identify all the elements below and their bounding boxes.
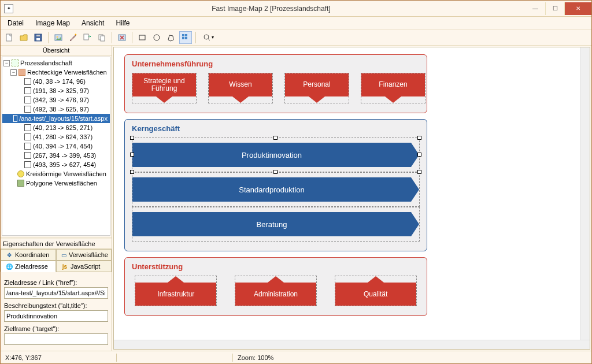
statusbar: X:476, Y:367 Zoom: 100% bbox=[1, 351, 591, 363]
tree-group-circle[interactable]: Kreisförmige Verweisflächen bbox=[2, 169, 110, 179]
open-icon[interactable] bbox=[17, 31, 30, 44]
poly-tool-icon[interactable] bbox=[165, 31, 177, 44]
svg-rect-12 bbox=[182, 34, 184, 36]
svg-rect-3 bbox=[36, 35, 40, 36]
tree-group-rect[interactable]: −Rechteckige Verweisflächen bbox=[2, 68, 110, 77]
export-icon[interactable] bbox=[81, 31, 94, 44]
svg-rect-8 bbox=[101, 36, 105, 41]
tree-item[interactable]: (267, 394 -> 399, 453) bbox=[2, 151, 110, 160]
tree-item[interactable]: (492, 38 -> 625, 97) bbox=[2, 105, 110, 114]
tree-view[interactable]: −Prozesslandschaft −Rechteckige Verweisf… bbox=[2, 57, 110, 236]
menu-imagemap[interactable]: Image Map bbox=[31, 18, 75, 28]
tree-item[interactable]: (342, 39 -> 476, 97) bbox=[2, 95, 110, 105]
area-shape[interactable]: Qualität bbox=[335, 276, 417, 306]
rect-tool-icon[interactable] bbox=[136, 31, 149, 44]
status-zoom: Zoom: 100% bbox=[233, 354, 278, 361]
section-title: Kerngeschäft bbox=[132, 124, 420, 133]
close-button[interactable]: ✕ bbox=[565, 2, 591, 15]
vertical-scrollbar[interactable] bbox=[580, 47, 590, 340]
svg-rect-2 bbox=[36, 38, 40, 40]
area-shape[interactable]: Infrastruktur bbox=[135, 276, 217, 306]
menu-datei[interactable]: Datei bbox=[3, 18, 28, 28]
area-shape[interactable]: Standardproduktion bbox=[132, 172, 420, 207]
circle-tool-icon[interactable] bbox=[150, 31, 163, 44]
new-icon[interactable] bbox=[3, 31, 16, 44]
area-shape[interactable]: Administration bbox=[235, 276, 317, 306]
menu-ansicht[interactable]: Ansicht bbox=[77, 18, 109, 28]
window-title: Fast Image-Map 2 [Prozesslandschaft] bbox=[17, 5, 526, 13]
status-coords: X:476, Y:367 bbox=[1, 354, 116, 361]
tree-item[interactable]: (41, 280 -> 624, 337) bbox=[2, 132, 110, 142]
box-administration: Administration bbox=[235, 283, 316, 306]
minimize-button[interactable]: — bbox=[526, 2, 545, 15]
canvas[interactable]: Unternehmensführung Strategie und Führun… bbox=[114, 47, 590, 340]
svg-rect-14 bbox=[182, 37, 184, 39]
toolbar: ▾ bbox=[1, 29, 591, 46]
area-shape[interactable]: Personal bbox=[284, 73, 349, 103]
area-shape[interactable]: Finanzen bbox=[361, 73, 426, 103]
grid-tool-icon[interactable] bbox=[179, 31, 192, 44]
menu-hilfe[interactable]: Hilfe bbox=[111, 18, 134, 28]
svg-point-5 bbox=[57, 36, 58, 38]
globe-icon: 🌐 bbox=[6, 263, 13, 270]
svg-rect-10 bbox=[139, 35, 145, 40]
section-unterstuetzung: Unterstützung Infrastruktur Administrati… bbox=[124, 257, 427, 316]
tab-verweisflaeche[interactable]: ▭Verweisfläche bbox=[56, 249, 112, 261]
area-shape[interactable]: Beratung bbox=[132, 207, 420, 242]
svg-point-11 bbox=[154, 35, 160, 40]
section-title: Unterstützung bbox=[132, 262, 420, 271]
save-icon[interactable] bbox=[32, 31, 45, 44]
box-finanzen: Finanzen bbox=[361, 73, 425, 96]
section-unternehmensfuehrung: Unternehmensführung Strategie und Führun… bbox=[124, 54, 427, 113]
tab-javascript[interactable]: jsJavaScript bbox=[56, 261, 112, 272]
svg-rect-13 bbox=[185, 34, 187, 36]
horizontal-scrollbar[interactable] bbox=[114, 340, 590, 349]
tree-item-selected[interactable]: /ana-test/_layouts/15/start.aspx bbox=[2, 114, 110, 123]
tree-item[interactable]: (40, 213 -> 625, 271) bbox=[2, 123, 110, 132]
zoom-icon[interactable]: ▾ bbox=[199, 31, 217, 44]
target-label: Zielframe ("target"): bbox=[4, 325, 108, 332]
tree-item[interactable]: (40, 38 -> 174, 96) bbox=[2, 77, 110, 86]
section-title: Unternehmensführung bbox=[132, 60, 420, 68]
maximize-button[interactable]: ☐ bbox=[545, 2, 565, 15]
svg-rect-15 bbox=[185, 37, 187, 39]
coords-icon: ✥ bbox=[6, 251, 13, 258]
tab-zieladresse[interactable]: 🌐Zieladresse bbox=[1, 261, 56, 272]
box-infrastruktur: Infrastruktur bbox=[135, 283, 216, 306]
target-input[interactable] bbox=[4, 333, 108, 345]
properties-header: Eigenschaften der Verweisfläche bbox=[1, 239, 112, 249]
canvas-area: Unternehmensführung Strategie und Führun… bbox=[113, 47, 590, 350]
app-icon: ✦ bbox=[4, 4, 13, 13]
titlebar: ✦ Fast Image-Map 2 [Prozesslandschaft] —… bbox=[1, 1, 591, 17]
properties-panel: Eigenschaften der Verweisfläche ✥Koordin… bbox=[1, 239, 112, 351]
bar-produktinnovation: Produktinnovation bbox=[132, 143, 411, 167]
svg-rect-0 bbox=[6, 34, 12, 41]
area-shape[interactable]: Strategie und Führung bbox=[132, 73, 197, 103]
box-strategie: Strategie und Führung bbox=[132, 73, 196, 96]
app-window: ✦ Fast Image-Map 2 [Prozesslandschaft] —… bbox=[0, 0, 592, 364]
box-wissen: Wissen bbox=[209, 73, 272, 96]
desc-label: Beschreibungstext ("alt,title"): bbox=[4, 302, 108, 309]
box-qualitaet: Qualität bbox=[335, 283, 416, 306]
tree-root[interactable]: −Prozesslandschaft bbox=[2, 58, 110, 68]
copy-icon[interactable] bbox=[95, 31, 108, 44]
tree-item[interactable]: (40, 394 -> 174, 454) bbox=[2, 142, 110, 151]
box-personal: Personal bbox=[285, 73, 349, 96]
tree-group-poly[interactable]: Polygone Verweisflächen bbox=[2, 179, 110, 188]
delete-icon[interactable] bbox=[116, 31, 128, 44]
tree-item[interactable]: (191, 38 -> 325, 97) bbox=[2, 86, 110, 95]
href-label: Zieladresse / Link ("href"): bbox=[4, 279, 108, 286]
wizard-icon[interactable] bbox=[66, 31, 79, 44]
import-image-icon[interactable] bbox=[52, 31, 65, 44]
tab-koordinaten[interactable]: ✥Koordinaten bbox=[1, 249, 56, 261]
href-input[interactable] bbox=[4, 287, 108, 299]
bar-standardproduktion: Standardproduktion bbox=[132, 177, 411, 202]
bar-beratung: Beratung bbox=[132, 212, 411, 236]
overview-header: Übersicht bbox=[1, 46, 112, 55]
area-shape[interactable]: Wissen bbox=[208, 73, 273, 103]
section-kerngeschaeft: Kerngeschäft Produktinnovation Standardp… bbox=[124, 119, 427, 251]
tree-item[interactable]: (493, 395 -> 627, 454) bbox=[2, 160, 110, 169]
desc-input[interactable] bbox=[4, 310, 108, 322]
js-icon: js bbox=[61, 263, 68, 270]
area-shape-selected[interactable]: Produktinnovation bbox=[132, 138, 420, 172]
